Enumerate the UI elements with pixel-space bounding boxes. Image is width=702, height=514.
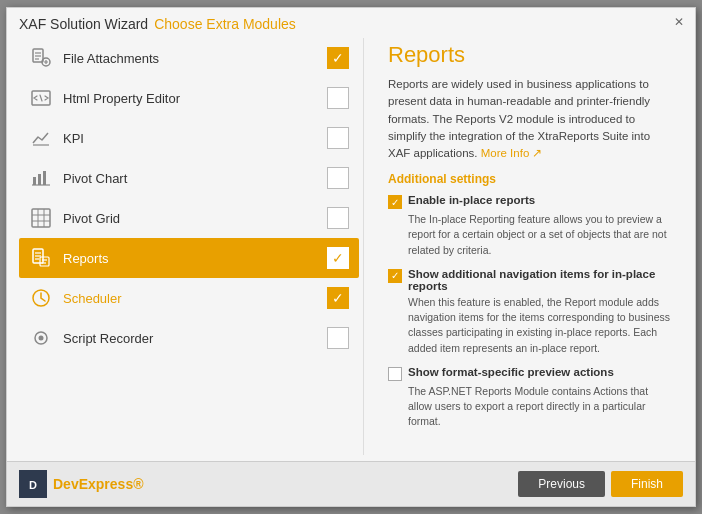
logo-icon: D	[19, 470, 47, 498]
module-item-scheduler[interactable]: Scheduler✓	[19, 278, 359, 318]
svg-rect-20	[40, 257, 49, 266]
kpi-checkbox[interactable]	[327, 127, 349, 149]
main-window: XAF Solution Wizard Choose Extra Modules…	[6, 7, 696, 507]
module-item-kpi[interactable]: KPI	[19, 118, 359, 158]
svg-rect-9	[43, 171, 46, 185]
panel-divider	[363, 38, 364, 455]
script-recorder-icon	[29, 326, 53, 350]
reports-checkbox[interactable]: ✓	[327, 247, 349, 269]
setting-desc-show-additional-nav: When this feature is enabled, the Report…	[408, 295, 671, 356]
small-checkmark-icon: ✓	[391, 270, 399, 281]
html-property-editor-label: Html Property Editor	[63, 91, 317, 106]
setting-item-show-format-preview: Show format-specific preview actionsThe …	[388, 366, 671, 430]
pivot-grid-checkbox[interactable]	[327, 207, 349, 229]
module-item-reports[interactable]: Reports✓	[19, 238, 359, 278]
setting-desc-show-format-preview: The ASP.NET Reports Module contains Acti…	[408, 384, 671, 430]
title-bar: XAF Solution Wizard Choose Extra Modules…	[7, 8, 695, 32]
pivot-chart-icon	[29, 166, 53, 190]
module-item-file-attachments[interactable]: File Attachments✓	[19, 38, 359, 78]
logo-text: DevExpress®	[53, 476, 144, 492]
module-item-script-recorder[interactable]: Script Recorder	[19, 318, 359, 358]
svg-rect-11	[32, 209, 50, 227]
scheduler-icon	[29, 286, 53, 310]
detail-title: Reports	[388, 42, 671, 68]
module-list: File Attachments✓Html Property EditorKPI…	[19, 38, 359, 455]
window-title: XAF Solution Wizard	[19, 16, 148, 32]
svg-text:D: D	[29, 479, 37, 491]
window-subtitle: Choose Extra Modules	[154, 16, 296, 32]
setting-item-enable-in-place: ✓Enable in-place reportsThe In-place Rep…	[388, 194, 671, 258]
pivot-chart-label: Pivot Chart	[63, 171, 317, 186]
setting-header-show-additional-nav: ✓Show additional navigation items for in…	[388, 268, 671, 292]
pivot-grid-label: Pivot Grid	[63, 211, 317, 226]
scheduler-label: Scheduler	[63, 291, 317, 306]
kpi-icon	[29, 126, 53, 150]
setting-desc-enable-in-place: The In-place Reporting feature allows yo…	[408, 212, 671, 258]
module-item-pivot-grid[interactable]: Pivot Grid	[19, 198, 359, 238]
more-info-link[interactable]: More Info ↗	[481, 147, 543, 159]
module-item-html-property-editor[interactable]: Html Property Editor	[19, 78, 359, 118]
html-property-editor-icon	[29, 86, 53, 110]
finish-button[interactable]: Finish	[611, 471, 683, 497]
file-attachments-checkbox[interactable]: ✓	[327, 47, 349, 69]
small-checkmark-icon: ✓	[391, 197, 399, 208]
setting-label-show-additional-nav: Show additional navigation items for in-…	[408, 268, 671, 292]
setting-item-show-additional-nav: ✓Show additional navigation items for in…	[388, 268, 671, 356]
settings-list: ✓Enable in-place reportsThe In-place Rep…	[388, 194, 671, 429]
footer-buttons: Previous Finish	[518, 471, 683, 497]
close-button[interactable]: ✕	[671, 14, 687, 30]
reports-icon	[29, 246, 53, 270]
setting-checkbox-enable-in-place[interactable]: ✓	[388, 195, 402, 209]
reports-label: Reports	[63, 251, 317, 266]
scheduler-checkbox[interactable]: ✓	[327, 287, 349, 309]
checkmark-icon: ✓	[332, 251, 344, 265]
checkmark-icon: ✓	[332, 51, 344, 65]
setting-header-show-format-preview: Show format-specific preview actions	[388, 366, 671, 381]
footer: D DevExpress® Previous Finish	[7, 461, 695, 506]
file-attachments-icon	[29, 46, 53, 70]
setting-label-show-format-preview: Show format-specific preview actions	[408, 366, 614, 378]
setting-label-enable-in-place: Enable in-place reports	[408, 194, 535, 206]
script-recorder-label: Script Recorder	[63, 331, 317, 346]
content-area: File Attachments✓Html Property EditorKPI…	[7, 32, 695, 461]
svg-rect-8	[38, 174, 41, 185]
devexpress-logo: D DevExpress®	[19, 470, 144, 498]
detail-description: Reports are widely used in business appl…	[388, 76, 671, 162]
kpi-label: KPI	[63, 131, 317, 146]
svg-point-25	[39, 336, 44, 341]
script-recorder-checkbox[interactable]	[327, 327, 349, 349]
checkmark-icon: ✓	[332, 291, 344, 305]
setting-header-enable-in-place: ✓Enable in-place reports	[388, 194, 671, 209]
svg-rect-7	[33, 177, 36, 185]
pivot-grid-icon	[29, 206, 53, 230]
detail-panel: Reports Reports are widely used in busin…	[368, 38, 683, 455]
module-item-pivot-chart[interactable]: Pivot Chart	[19, 158, 359, 198]
html-property-editor-checkbox[interactable]	[327, 87, 349, 109]
previous-button[interactable]: Previous	[518, 471, 605, 497]
pivot-chart-checkbox[interactable]	[327, 167, 349, 189]
setting-checkbox-show-additional-nav[interactable]: ✓	[388, 269, 402, 283]
additional-settings-title: Additional settings	[388, 172, 671, 186]
file-attachments-label: File Attachments	[63, 51, 317, 66]
setting-checkbox-show-format-preview[interactable]	[388, 367, 402, 381]
